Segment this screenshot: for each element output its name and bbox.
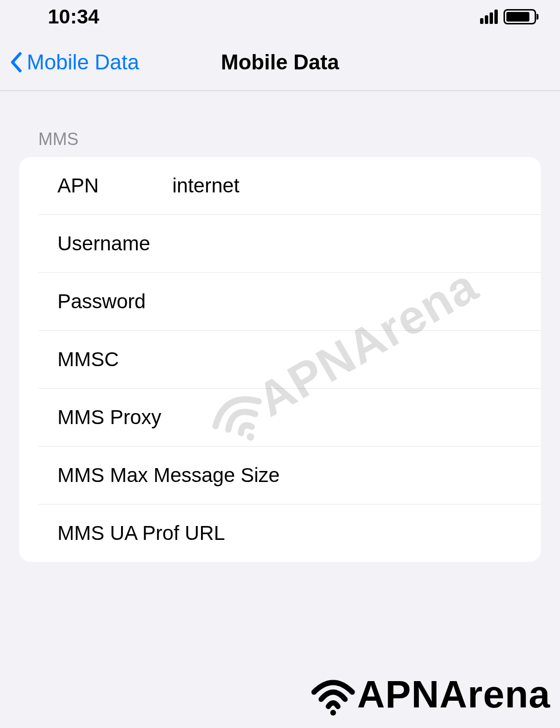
settings-row-mms-proxy[interactable]: MMS Proxy (38, 389, 541, 447)
settings-row-mms-ua-prof[interactable]: MMS UA Prof URL (38, 504, 541, 562)
cellular-signal-icon (480, 10, 498, 24)
navigation-bar: Mobile Data Mobile Data (0, 34, 560, 91)
settings-group-mms: APN Username Password MMSC (19, 157, 541, 562)
status-time: 10:34 (48, 5, 99, 28)
mmsc-field[interactable] (172, 348, 541, 371)
page-title: Mobile Data (221, 50, 339, 74)
status-bar: 10:34 (0, 0, 560, 34)
brand-text: APNArena (357, 672, 550, 717)
back-label: Mobile Data (27, 50, 139, 74)
row-label: MMS UA Prof URL (57, 522, 225, 545)
password-field[interactable] (172, 290, 541, 313)
settings-row-username[interactable]: Username (38, 215, 541, 273)
wifi-icon (309, 671, 357, 718)
settings-row-apn[interactable]: APN (38, 157, 541, 215)
status-icons (480, 9, 536, 24)
back-button[interactable]: Mobile Data (10, 50, 139, 74)
svg-point-1 (330, 710, 336, 716)
settings-row-mms-max-size[interactable]: MMS Max Message Size (38, 447, 541, 504)
row-label: MMSC (57, 348, 172, 371)
username-field[interactable] (172, 232, 541, 255)
row-label: Password (57, 290, 172, 313)
row-label: MMS Max Message Size (57, 464, 280, 487)
mms-proxy-field[interactable] (161, 406, 541, 429)
row-label: MMS Proxy (57, 406, 161, 429)
section-header-mms: MMS (38, 129, 541, 149)
content-area: MMS APN Username Password MMSC (0, 91, 560, 562)
apn-field[interactable] (172, 174, 541, 197)
settings-row-password[interactable]: Password (38, 273, 541, 331)
mms-ua-prof-field[interactable] (225, 522, 541, 545)
row-label: Username (57, 232, 172, 255)
row-label: APN (57, 174, 172, 197)
chevron-left-icon (10, 52, 22, 73)
brand-logo: APNArena (309, 671, 550, 718)
settings-row-mmsc[interactable]: MMSC (38, 331, 541, 389)
mms-max-size-field[interactable] (280, 464, 541, 487)
battery-icon (504, 9, 536, 24)
